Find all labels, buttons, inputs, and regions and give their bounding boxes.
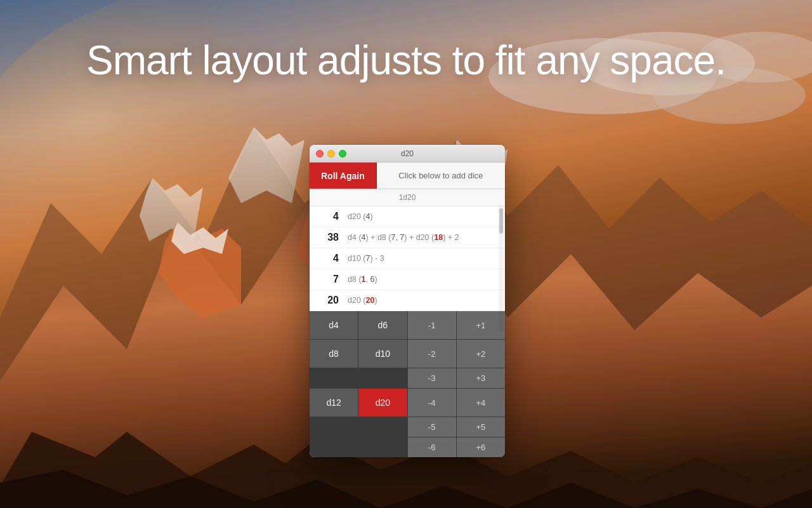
formula-label: ) [370, 212, 372, 221]
result-formula: d20 (4) [348, 212, 373, 221]
plus3-button[interactable]: +3 [457, 368, 505, 388]
minus3-button[interactable]: -3 [408, 368, 456, 388]
mac-window: d20 Roll Again Click below to add dice 1… [310, 145, 505, 457]
d8-button[interactable]: d8 [310, 340, 358, 368]
plus5-button[interactable]: +5 [457, 417, 505, 437]
d6-button[interactable]: d6 [358, 311, 407, 339]
minus1-button[interactable]: -1 [408, 311, 456, 339]
d10-button[interactable]: d10 [358, 340, 407, 368]
result-total: 38 [320, 232, 339, 243]
minus6-button[interactable]: -6 [408, 438, 456, 457]
result-total: 7 [320, 274, 339, 285]
scrollbar-track[interactable] [499, 207, 504, 331]
toolbar: Roll Again Click below to add dice [310, 163, 505, 189]
d20-button[interactable]: d20 [358, 389, 407, 417]
results-area: 1d20 4 d20 (4) 38 d4 (4) + d8 (7, 7) + d… [310, 189, 505, 311]
results-header: 1d20 [310, 189, 505, 206]
result-row: 4 d10 (7) - 3 [310, 248, 505, 269]
window-title: d20 [401, 149, 414, 158]
minus4-button[interactable]: -4 [408, 389, 456, 417]
click-hint: Click below to add dice [377, 163, 505, 189]
minus5-button[interactable]: -5 [408, 417, 456, 437]
plus6-button[interactable]: +6 [457, 438, 505, 457]
result-total: 4 [320, 253, 339, 264]
result-row: 20 d20 (20) [310, 290, 505, 311]
result-total: 4 [320, 211, 339, 222]
d12-button[interactable]: d12 [310, 389, 358, 417]
result-formula: d8 (1, 6) [348, 275, 377, 284]
traffic-lights [316, 150, 346, 157]
formula-label: d20 ( [348, 212, 366, 221]
result-row: 38 d4 (4) + d8 (7, 7) + d20 (18) + 2 [310, 227, 505, 248]
scrollbar-thumb[interactable] [499, 208, 503, 234]
maximize-button[interactable] [339, 150, 346, 157]
minimize-button[interactable] [327, 150, 335, 157]
roll-again-button[interactable]: Roll Again [310, 163, 377, 189]
result-formula: d4 (4) + d8 (7, 7) + d20 (18) + 2 [348, 233, 459, 242]
minus2-button[interactable]: -2 [408, 340, 456, 368]
result-total: 20 [320, 295, 339, 306]
result-formula: d10 (7) - 3 [348, 254, 384, 263]
dice-buttons-grid: d4 d6 -1 +1 d8 d10 -2 +2 -3 +3 d12 d20 -… [310, 311, 505, 457]
result-row: 4 d20 (4) [310, 206, 505, 227]
headline: Smart layout adjusts to fit any space. [0, 37, 812, 84]
plus2-button[interactable]: +2 [457, 340, 505, 368]
plus4-button[interactable]: +4 [457, 389, 505, 417]
result-formula: d20 (20) [348, 296, 377, 305]
d4-button[interactable]: d4 [310, 311, 358, 339]
result-row: 7 d8 (1, 6) [310, 269, 505, 290]
title-bar: d20 [310, 145, 505, 163]
close-button[interactable] [316, 150, 324, 157]
plus1-button[interactable]: +1 [457, 311, 505, 339]
